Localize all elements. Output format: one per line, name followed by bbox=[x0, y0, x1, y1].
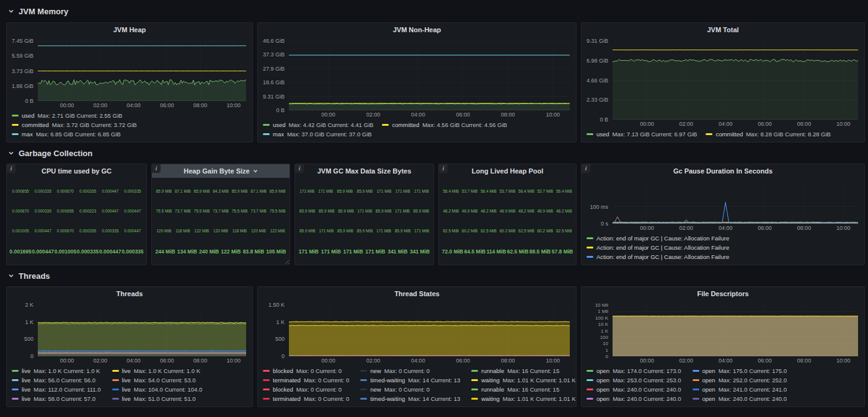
plot-area[interactable] bbox=[38, 305, 246, 356]
legend-item[interactable]: maxMax: 6.85 GiB Current: 6.85 GiB bbox=[12, 129, 121, 139]
section-header-jvm-memory[interactable]: JVM Memory bbox=[6, 0, 865, 22]
legend-item[interactable]: liveMax: 1.0 K Current: 1.0 K bbox=[12, 366, 101, 375]
plot-area[interactable] bbox=[613, 305, 858, 356]
x-axis-tick: 06:00 bbox=[758, 225, 772, 231]
legend-item[interactable]: openMax: 174.0 Current: 173.0 bbox=[587, 366, 681, 375]
cell-value: 75.5 MiB bbox=[156, 209, 172, 213]
panel-info-icon[interactable]: i bbox=[582, 164, 590, 173]
series-name: new bbox=[370, 366, 381, 375]
legend-item[interactable]: liveMax: 54.0 Current: 53.0 bbox=[112, 375, 203, 385]
cell-value: 75.5 MiB bbox=[194, 209, 210, 213]
cell-value: 85.9 MiB bbox=[337, 189, 353, 193]
legend-item[interactable]: openMax: 240.0 Current: 240.0 bbox=[587, 385, 681, 394]
cell-value: 120 MiB bbox=[213, 229, 228, 233]
legend-item[interactable]: timed-waitingMax: 14 Current: 13 bbox=[360, 375, 460, 385]
x-axis-tick: 08:00 bbox=[797, 225, 812, 231]
plot-area[interactable] bbox=[613, 182, 858, 224]
legend-item[interactable]: liveMax: 51.0 Current: 51.0 bbox=[112, 394, 203, 403]
legend-item[interactable]: runnableMax: 16 Current: 15 bbox=[471, 366, 575, 375]
legend-item[interactable]: openMax: 241.0 Current: 241.0 bbox=[693, 385, 787, 394]
legend-item[interactable]: blockedMax: 0 Current: 0 bbox=[263, 385, 349, 394]
series-color-swatch bbox=[693, 388, 699, 390]
legend-item[interactable]: usedMax: 7.13 GiB Current: 6.97 GiB bbox=[587, 129, 697, 139]
panel-info-icon[interactable]: i bbox=[295, 164, 304, 173]
legend: Action: end of major GC | Cause: Allocat… bbox=[582, 232, 864, 265]
legend-item[interactable]: waitingMax: 1.01 K Current: 1.01 K bbox=[471, 394, 575, 403]
series-name: live bbox=[22, 394, 30, 403]
legend-item[interactable]: newMax: 0 Current: 0 bbox=[360, 385, 460, 394]
legend-item[interactable]: terminatedMax: 0 Current: 0 bbox=[263, 375, 349, 385]
legend-item[interactable]: Action: end of major GC | Cause: Allocat… bbox=[587, 234, 729, 243]
panel-header[interactable]: Heap Gain Byte Size bbox=[152, 164, 290, 178]
value-row: 85.9 MiB171 MiB85.9 MiB85.9 MiB171 MiB85… bbox=[298, 229, 431, 233]
total-value: 341 MiB bbox=[410, 248, 430, 255]
y-axis-tick: 1 Mil bbox=[598, 309, 608, 314]
panel-header[interactable]: JVM Heap bbox=[7, 23, 252, 37]
panel-header[interactable]: Long Lived Heap Pool bbox=[439, 164, 576, 178]
panel-info-icon[interactable]: i bbox=[7, 164, 16, 173]
legend-item[interactable]: Action: end of major GC | Cause: Allocat… bbox=[587, 243, 729, 252]
panel-header[interactable]: JVM GC Max Data Size Bytes bbox=[295, 164, 433, 178]
legend-item[interactable]: terminatedMax: 0 Current: 0 bbox=[263, 394, 349, 403]
cell-value: 60.2 MiB bbox=[462, 229, 478, 233]
x-axis-tick: 06:00 bbox=[160, 358, 174, 364]
time-series-chart: 2 K1 K5000 00:0002:0004:0006:0008:0010:0… bbox=[7, 301, 252, 365]
plot-area[interactable] bbox=[289, 305, 570, 356]
cell-value: 0.000670 bbox=[57, 229, 74, 233]
cell-value: 85.9 MiB bbox=[357, 229, 373, 233]
panel-header[interactable]: CPU time used by GC bbox=[7, 164, 146, 178]
legend-item[interactable]: openMax: 175.0 Current: 175.0 bbox=[693, 366, 787, 375]
plot-area[interactable] bbox=[38, 41, 246, 101]
panel-header[interactable]: Gc Pause Duration In Seconds bbox=[582, 164, 864, 178]
panel-header[interactable]: JVM Non-Heap bbox=[258, 23, 576, 37]
legend-item[interactable]: blockedMax: 0 Current: 0 bbox=[263, 366, 349, 375]
legend-item[interactable]: openMax: 253.0 Current: 253.0 bbox=[587, 375, 681, 385]
legend-item[interactable]: Action: end of major GC | Cause: Allocat… bbox=[587, 252, 729, 261]
series-stats: Max: 14 Current: 13 bbox=[408, 375, 460, 385]
panel-header[interactable]: Thread States bbox=[258, 287, 576, 301]
legend-item[interactable]: liveMax: 1.0 K Current: 1.0 K bbox=[112, 366, 203, 375]
legend-item[interactable]: committedMax: 3.72 GiB Current: 3.72 GiB bbox=[12, 120, 137, 129]
legend-item[interactable]: liveMax: 104.0 Current: 104.0 bbox=[112, 385, 203, 394]
series-color-swatch bbox=[360, 388, 367, 390]
total-value: 57.8 MiB bbox=[552, 248, 574, 255]
cell-value: 85.9 MiB bbox=[194, 189, 210, 193]
legend-item[interactable]: maxMax: 37.0 GiB Current: 37.0 GiB bbox=[263, 129, 372, 139]
y-axis-tick: 10 K bbox=[598, 322, 608, 327]
panel-info-icon[interactable]: i bbox=[439, 164, 448, 173]
legend-item[interactable]: runnableMax: 16 Current: 15 bbox=[471, 385, 575, 394]
series-name: blocked bbox=[273, 385, 293, 394]
panel-header[interactable]: Threads bbox=[7, 287, 252, 301]
section-header-garbage-collection[interactable]: Garbage Collection bbox=[6, 143, 865, 164]
legend-item[interactable]: openMax: 240.0 Current: 240.0 bbox=[693, 394, 787, 403]
legend-item[interactable]: liveMax: 58.0 Current: 57.0 bbox=[12, 394, 101, 403]
legend-item[interactable]: committedMax: 8.28 GiB Current: 8.28 GiB bbox=[706, 129, 831, 139]
value-row: 0.0010050.0004470.0006700.0003350.000335… bbox=[9, 229, 144, 233]
series-color-swatch bbox=[12, 398, 19, 400]
section-header-threads[interactable]: Threads bbox=[6, 265, 865, 286]
value-row: 75.5 MiB73.7 MiB75.5 MiB73.7 MiB75.5 MiB… bbox=[154, 209, 287, 213]
legend-item[interactable]: openMax: 252.0 Current: 252.0 bbox=[693, 375, 787, 385]
legend-item[interactable]: liveMax: 112.0 Current: 111.0 bbox=[12, 385, 101, 394]
legend-item[interactable]: committedMax: 4.56 GiB Current: 4.56 GiB bbox=[382, 120, 507, 129]
series-color-swatch bbox=[706, 133, 712, 135]
x-axis: 00:0002:0004:0006:0008:0010:00 bbox=[289, 356, 570, 365]
panel-header[interactable]: File Descriptors bbox=[582, 287, 864, 301]
legend-item[interactable]: usedMax: 2.71 GiB Current: 2.55 GiB bbox=[12, 111, 122, 120]
legend-item[interactable]: openMax: 240.0 Current: 240.0 bbox=[587, 394, 681, 403]
total-value: 341 MiB bbox=[388, 248, 407, 255]
legend-item[interactable]: waitingMax: 1.01 K Current: 1.01 K bbox=[471, 375, 575, 385]
series-name: open bbox=[596, 375, 609, 385]
plot-area[interactable] bbox=[289, 41, 570, 110]
series-color-swatch bbox=[360, 379, 367, 381]
legend-item[interactable]: timed-waitingMax: 14 Current: 13 bbox=[360, 394, 460, 403]
legend-item[interactable]: usedMax: 4.42 GiB Current: 4.41 GiB bbox=[263, 120, 373, 129]
value-row: 85.9 MiB87.1 MiB85.9 MiB84.3 MiB85.9 MiB… bbox=[154, 189, 287, 193]
series-name: open bbox=[702, 375, 715, 385]
legend-item[interactable]: newMax: 0 Current: 0 bbox=[360, 366, 460, 375]
legend-item[interactable]: liveMax: 56.0 Current: 56.0 bbox=[12, 375, 101, 385]
panel-header[interactable]: JVM Total bbox=[582, 23, 864, 37]
cell-value: 85.9 MiB bbox=[337, 229, 353, 233]
panel-info-icon[interactable]: i bbox=[152, 164, 161, 173]
plot-area[interactable] bbox=[613, 41, 858, 120]
